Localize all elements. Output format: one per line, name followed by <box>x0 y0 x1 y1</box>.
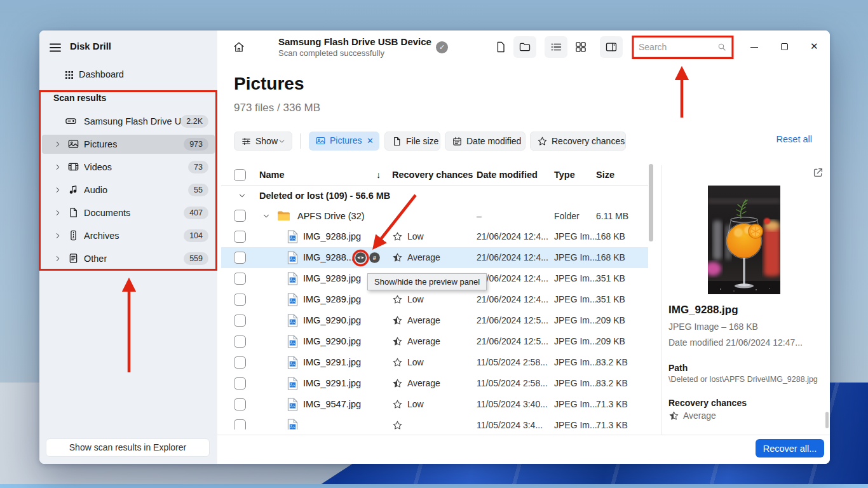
table-row[interactable]: 11/05/2024 3:4...JPEG Im...71.3 KB <box>221 415 648 430</box>
cell-type: JPEG Im... <box>554 415 597 430</box>
preview-scrollbar-thumb[interactable] <box>825 412 829 428</box>
sidebar-item-label: Samsung Flash Drive USB... <box>84 112 192 131</box>
new-file-button[interactable] <box>489 36 512 58</box>
recover-all-button[interactable]: Recover all... <box>756 439 824 458</box>
table-row[interactable]: IMG_9291.jpgLow11/05/2024 2:58...JPEG Im… <box>221 352 648 373</box>
list-view-button[interactable] <box>545 36 567 58</box>
preview-filename: IMG_9288.jpg <box>668 304 738 316</box>
list-view-icon <box>550 41 562 53</box>
count-badge: 407 <box>184 207 208 219</box>
column-name[interactable]: Name <box>259 165 285 185</box>
cell-type: JPEG Im... <box>554 289 597 310</box>
pictures-filter-chip[interactable]: Pictures ✕ <box>309 132 379 151</box>
file-name: IMG_9289.jpg <box>303 268 361 289</box>
sidebar-item-archives[interactable]: Archives104 <box>42 226 215 245</box>
sidebar-item-videos[interactable]: Videos73 <box>42 158 215 177</box>
recovery-chances-filter-button[interactable]: Recovery chances <box>530 132 626 151</box>
reset-all-link[interactable]: Reset all <box>768 134 812 144</box>
row-checkbox[interactable] <box>234 336 246 348</box>
cell-type: JPEG Im... <box>554 331 597 352</box>
count-badge: 55 <box>188 184 208 196</box>
sidebar-item-documents[interactable]: Documents407 <box>42 203 215 222</box>
table-row[interactable]: IMG_9290.jpgAverage21/06/2024 12:5...JPE… <box>221 331 648 352</box>
row-checkbox[interactable] <box>234 356 246 369</box>
chevron-down-icon[interactable] <box>262 212 271 220</box>
sidebar-item-pictures[interactable]: Pictures973 <box>42 135 215 154</box>
cell-size: 83.2 KB <box>596 373 628 394</box>
half-star-icon <box>392 336 403 347</box>
file-rows: IMG_9288.jpgLow21/06/2024 12:4...JPEG Im… <box>221 226 648 430</box>
row-checkbox[interactable] <box>234 398 246 410</box>
page-title: Pictures <box>234 74 304 94</box>
row-checkbox[interactable] <box>234 273 246 285</box>
home-icon[interactable] <box>233 41 245 53</box>
other-icon <box>67 252 79 264</box>
count-badge: 973 <box>184 138 208 151</box>
sidebar-item-other[interactable]: Other559 <box>42 249 215 268</box>
column-type[interactable]: Type <box>554 165 575 185</box>
sidebar-item-label: Audio <box>84 180 107 200</box>
sidebar: Disk Drill Dashboard Scan results Samsun… <box>39 30 217 464</box>
svg-text:#: # <box>373 254 377 261</box>
cell-size: 71.3 KB <box>596 415 628 430</box>
table-row[interactable]: IMG_9289.jpgLow21/06/2024 12:4...JPEG Im… <box>221 289 648 310</box>
row-checkbox[interactable] <box>234 294 246 306</box>
cell-size: 209 KB <box>596 310 625 331</box>
show-in-explorer-button[interactable]: Show scan results in Explorer <box>46 438 210 457</box>
folder-row[interactable]: APFS Drive (32) – Folder 6.11 MB <box>221 206 648 226</box>
sort-descending-icon[interactable]: ↓ <box>376 165 381 185</box>
remove-chip-icon[interactable]: ✕ <box>367 132 374 150</box>
recovery-label: Low <box>407 352 424 373</box>
hash-button[interactable]: # <box>369 252 381 264</box>
show-filter-button[interactable]: Show <box>234 132 292 151</box>
folder-icon <box>519 41 531 53</box>
date-modified-filter-button[interactable]: Date modified <box>445 132 526 151</box>
close-button[interactable]: ✕ <box>805 38 824 56</box>
preview-eye-button[interactable] <box>355 252 367 264</box>
row-checkbox[interactable] <box>234 231 246 243</box>
row-checkbox[interactable] <box>234 315 246 327</box>
scrollbar-thumb[interactable] <box>649 164 653 241</box>
search-input[interactable] <box>639 38 714 56</box>
star-icon <box>537 136 548 147</box>
scan-complete-check-icon: ✓ <box>436 41 448 53</box>
table-row[interactable]: IMG_9291.jpgAverage11/05/2024 2:58...JPE… <box>221 373 648 394</box>
open-external-icon[interactable] <box>812 166 824 179</box>
column-recovery[interactable]: Recovery chances <box>392 165 473 185</box>
row-checkbox[interactable] <box>234 210 246 222</box>
sidebar-item-samsung-flash-drive-usb[interactable]: Samsung Flash Drive USB...2.2K <box>42 112 215 131</box>
preview-panel-tooltip: Show/hide the preview panel <box>367 273 487 290</box>
dashboard-grid-icon <box>64 69 75 81</box>
pictures-icon <box>315 135 326 146</box>
file-name: IMG_9288... <box>303 247 354 268</box>
chevron-down-icon[interactable] <box>238 191 247 200</box>
sidebar-item-label: Videos <box>84 158 112 177</box>
open-folder-button[interactable] <box>513 36 536 58</box>
chevron-right-icon <box>53 163 62 172</box>
cell-type: JPEG Im... <box>554 373 597 394</box>
table-row[interactable]: IMG_9288...#Average21/06/2024 12:4...JPE… <box>221 247 648 268</box>
table-row[interactable]: IMG_9547.jpgLow11/05/2024 3:40...JPEG Im… <box>221 394 648 415</box>
preview-panel-button[interactable] <box>600 36 623 58</box>
cell-type: JPEG Im... <box>554 310 597 331</box>
sidebar-item-dashboard[interactable]: Dashboard <box>56 66 208 84</box>
minimize-button[interactable] <box>745 38 764 56</box>
file-size-filter-button[interactable]: File size <box>384 132 440 151</box>
column-date[interactable]: Date modified <box>477 165 538 185</box>
column-size[interactable]: Size <box>596 165 614 185</box>
row-checkbox[interactable] <box>234 252 246 264</box>
row-checkbox[interactable] <box>234 419 246 430</box>
group-row[interactable]: Deleted or lost (109) - 56.6 MB <box>221 186 648 206</box>
table-row[interactable]: IMG_9290.jpgAverage21/06/2024 12:5...JPE… <box>221 310 648 331</box>
scan-results-heading: Scan results <box>53 93 106 103</box>
maximize-button[interactable] <box>775 38 794 56</box>
select-all-checkbox[interactable] <box>234 169 246 181</box>
recovery-label: Low <box>407 289 424 310</box>
row-checkbox[interactable] <box>234 377 246 390</box>
hamburger-menu-icon[interactable] <box>48 40 63 55</box>
table-row[interactable]: IMG_9288.jpgLow21/06/2024 12:4...JPEG Im… <box>221 226 648 247</box>
table-scrollbar <box>649 164 653 432</box>
sidebar-item-audio[interactable]: Audio55 <box>42 180 215 200</box>
file-image-icon <box>287 230 298 243</box>
grid-view-button[interactable] <box>569 36 592 58</box>
